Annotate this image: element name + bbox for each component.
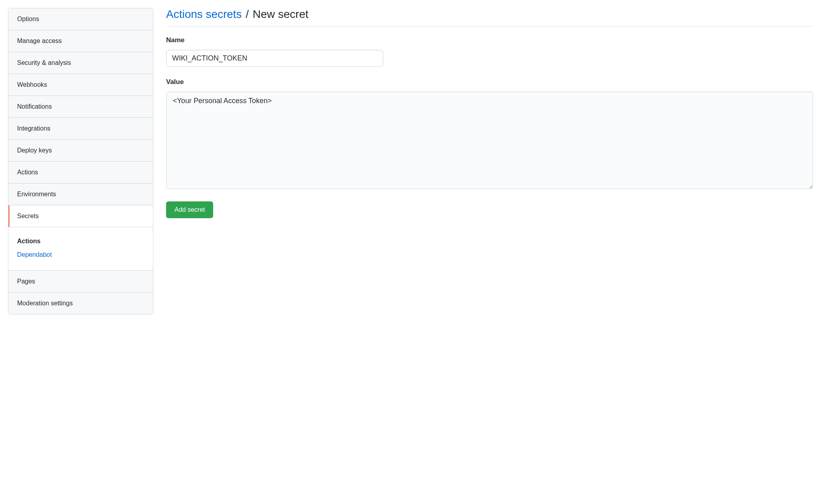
- sidebar-item-deploy-keys[interactable]: Deploy keys: [8, 140, 153, 162]
- sidebar-item-notifications[interactable]: Notifications: [8, 96, 153, 118]
- sidebar-item-webhooks[interactable]: Webhooks: [8, 74, 153, 96]
- sidebar-item-pages[interactable]: Pages: [8, 271, 153, 293]
- breadcrumb-actions-secrets-link[interactable]: Actions secrets: [166, 8, 242, 20]
- sidebar-item-options[interactable]: Options: [8, 8, 153, 30]
- submenu-item-dependabot[interactable]: Dependabot: [17, 248, 144, 262]
- sidebar-item-manage-access[interactable]: Manage access: [8, 30, 153, 52]
- sidebar-item-moderation-settings[interactable]: Moderation settings: [8, 293, 153, 314]
- add-secret-button[interactable]: Add secret: [166, 201, 213, 218]
- secret-name-input[interactable]: [166, 50, 383, 67]
- value-label: Value: [166, 78, 813, 86]
- sidebar-item-actions[interactable]: Actions: [8, 162, 153, 184]
- settings-sidebar: Options Manage access Security & analysi…: [8, 8, 153, 315]
- sidebar-item-environments[interactable]: Environments: [8, 184, 153, 205]
- breadcrumb: Actions secrets / New secret: [166, 8, 813, 27]
- secret-value-textarea[interactable]: [166, 92, 813, 189]
- main-content: Actions secrets / New secret Name Value …: [166, 8, 813, 315]
- name-label: Name: [166, 36, 813, 44]
- breadcrumb-separator: /: [245, 8, 250, 20]
- sidebar-item-security-analysis[interactable]: Security & analysis: [8, 52, 153, 74]
- page-title: New secret: [253, 8, 308, 20]
- sidebar-item-secrets[interactable]: Secrets: [8, 205, 153, 227]
- submenu-item-actions[interactable]: Actions: [17, 234, 144, 248]
- secrets-submenu: Actions Dependabot: [8, 227, 153, 271]
- sidebar-item-integrations[interactable]: Integrations: [8, 118, 153, 140]
